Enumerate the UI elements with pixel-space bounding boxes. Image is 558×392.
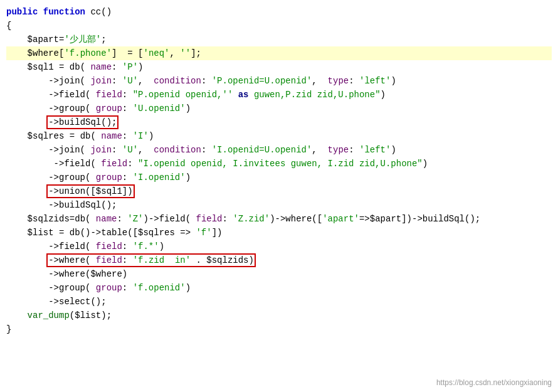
code-line-5: $sql1 = db( name: 'P')	[6, 60, 552, 74]
code-line-21: ->group( group: 'f.openid')	[6, 281, 552, 295]
code-line-23: var_dump($list);	[6, 309, 552, 322]
code-line-1: public function cc()	[6, 5, 552, 19]
code-line-17: $list = db()->table([$sqlres => 'f'])	[6, 226, 552, 240]
code-line-12: ->field( field: "I.openid openid, I.invi…	[6, 157, 552, 171]
code-editor: { "title": "PHP Code Editor", "watermark…	[0, 0, 558, 392]
code-line-18: ->field( field: 'f.*')	[6, 240, 552, 253]
code-line-4: $where['f.phone'] = ['neq', ''];	[6, 46, 552, 60]
code-line-10: $sqlres = db( name: 'I')	[6, 129, 552, 143]
code-line-7: ->field( field: "P.openid openid,'' as g…	[6, 88, 552, 102]
code-line-15: ->buildSql();	[6, 198, 552, 212]
code-line-9: ->buildSql();	[6, 115, 552, 129]
code-line-16: $sqlzids=db( name: 'Z')->field( field: '…	[6, 212, 552, 226]
watermark-text: https://blog.csdn.net/xiongxiaoning	[436, 378, 552, 387]
code-line-24: }	[6, 322, 552, 336]
code-line-2: {	[6, 19, 552, 33]
code-line-19: ->where( field: 'f.zid in' . $sqlzids)	[6, 253, 552, 267]
code-line-11: ->join( join: 'U', condition: 'I.openid=…	[6, 143, 552, 157]
code-line-8: ->group( group: 'U.openid')	[6, 102, 552, 115]
code-line-20: ->where($where)	[6, 267, 552, 281]
code-line-3: $apart='少儿部';	[6, 33, 552, 46]
code-line-13: ->group( group: 'I.openid')	[6, 171, 552, 184]
code-line-14: ->union([$sql1])	[6, 184, 552, 198]
code-line-6: ->join( join: 'U', condition: 'P.openid=…	[6, 74, 552, 88]
code-line-22: ->select();	[6, 295, 552, 309]
